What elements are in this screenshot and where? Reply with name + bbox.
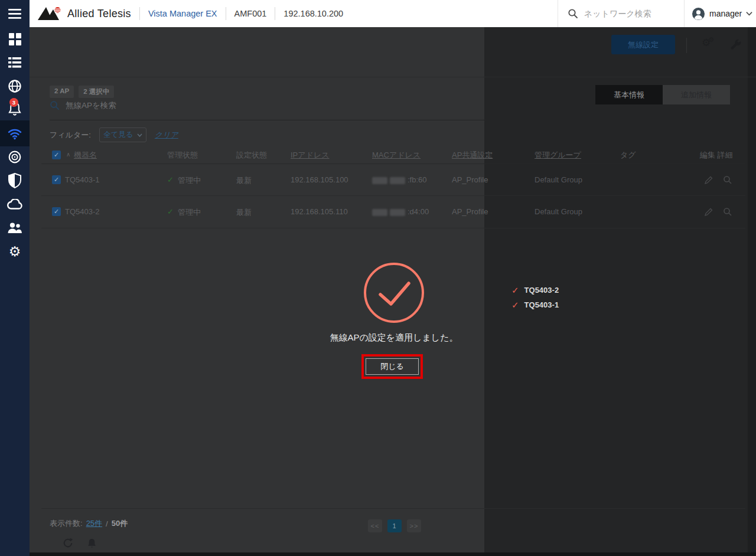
annotation-highlight-box: 閉じる: [361, 354, 423, 379]
applied-ap-name: TQ5403-2: [524, 286, 559, 295]
filter-label: フィルター:: [50, 130, 91, 140]
network-search[interactable]: [558, 0, 684, 27]
mac-redacted-block: [372, 209, 387, 216]
mac-redacted-block: [390, 209, 405, 216]
user-avatar-icon: [692, 7, 705, 21]
filter-value: 全て見る: [103, 130, 133, 140]
sidebar-nav: 3 ⚙: [0, 0, 30, 556]
success-message: 無線APの設定を適用しました。: [276, 332, 512, 344]
sidebar-item-wireless[interactable]: [0, 120, 30, 146]
panel-scrollbar[interactable]: [748, 27, 756, 556]
ap-search-input[interactable]: [66, 101, 302, 110]
detail-magnifier-icon[interactable]: [723, 175, 732, 187]
row-checkbox[interactable]: [52, 207, 61, 216]
display-count: 表示件数: 25件 / 50件: [50, 518, 128, 529]
refresh-icon[interactable]: [62, 537, 74, 551]
toolbar-divider: [686, 38, 687, 53]
filter-dropdown[interactable]: 全て見る: [99, 127, 146, 142]
ip-address: 192.168.105.100: [291, 175, 348, 184]
col-profile[interactable]: AP共通設定: [452, 150, 493, 161]
applied-check-icon: ✓: [511, 285, 519, 296]
network-name[interactable]: AMF001: [234, 9, 267, 18]
prev-page-button[interactable]: <<: [368, 519, 382, 532]
ap-profile: AP_Profile: [452, 175, 488, 184]
account-menu[interactable]: manager: [684, 0, 756, 27]
sidebar-item-network-map[interactable]: [0, 74, 30, 98]
col-name[interactable]: 機器名: [74, 150, 97, 161]
filter-clear-link[interactable]: クリア: [155, 130, 178, 140]
allied-telesis-logo-mark: [38, 6, 63, 21]
chevron-down-icon: [137, 133, 142, 137]
success-circle-icon: [364, 263, 424, 323]
edit-pencil-icon[interactable]: [704, 175, 713, 187]
col-ip[interactable]: IPアドレス: [291, 150, 330, 161]
config-status: 最新: [236, 207, 252, 218]
sidebar-item-cloud[interactable]: [0, 192, 30, 216]
page-size-link[interactable]: 25件: [86, 518, 102, 529]
ap-profile: AP_Profile: [452, 207, 488, 216]
col-actions: 編集 詳細: [700, 150, 733, 161]
sidebar-item-settings[interactable]: ⚙: [0, 240, 30, 263]
hamburger-menu-icon: [8, 9, 21, 19]
mgmt-status: 管理中: [178, 175, 201, 186]
col-group[interactable]: 管理グループ: [535, 150, 581, 161]
gear-icon: ⚙: [9, 245, 21, 259]
mac-address: :fb:60: [372, 175, 427, 184]
selected-count-badge: 2 選択中: [79, 86, 114, 98]
target-icon: [8, 150, 22, 164]
mac-address: :d4:00: [372, 207, 429, 216]
header-divider: [139, 7, 140, 20]
mac-redacted-block: [372, 177, 387, 184]
ap-search[interactable]: [50, 100, 302, 110]
username: manager: [709, 9, 742, 18]
mgmt-status: 管理中: [178, 207, 201, 218]
sidebar-item-traffic-monitor[interactable]: [0, 145, 30, 169]
main-content: 無線設定 ⚙⚙ 基本情報 追加情報 2 AP 2 選択中 フィルター: 全て見る: [30, 27, 756, 556]
bottom-bar: [30, 552, 756, 556]
sidebar-item-asset-list[interactable]: [0, 51, 30, 74]
ap-name[interactable]: TQ5403-2: [65, 207, 100, 216]
search-icon: [568, 8, 578, 19]
col-config: 設定状態: [236, 150, 267, 161]
sidebar-item-security[interactable]: [0, 169, 30, 192]
display-count-label: 表示件数:: [50, 518, 83, 529]
detail-magnifier-icon[interactable]: [723, 207, 732, 218]
applied-ap-list: ✓ TQ5403-2 ✓ TQ5403-1: [511, 283, 559, 312]
search-underline: [50, 120, 736, 120]
table-row[interactable]: TQ5403-1 ✓ 管理中 最新 192.168.105.100 :fb:60…: [41, 164, 745, 196]
table-row[interactable]: TQ5403-2 ✓ 管理中 最新 192.168.105.110 :d4:00…: [41, 196, 745, 228]
current-page-button[interactable]: 1: [387, 519, 402, 532]
col-tags: タグ: [620, 150, 636, 161]
applied-ap-name: TQ5403-1: [524, 300, 559, 309]
managed-check-icon: ✓: [167, 207, 174, 216]
sidebar-item-menu[interactable]: [0, 2, 30, 25]
product-title: Vista Manager EX: [148, 9, 217, 18]
next-page-button[interactable]: >>: [407, 519, 421, 532]
ap-name[interactable]: TQ5403-1: [65, 175, 100, 184]
list-item: ✓ TQ5403-2: [511, 283, 559, 297]
bell-icon[interactable]: [87, 538, 97, 551]
sidebar-item-users[interactable]: [0, 216, 30, 240]
sort-asc-icon[interactable]: ∧: [66, 151, 70, 158]
edit-pencil-icon[interactable]: [704, 207, 713, 218]
select-all-checkbox[interactable]: [52, 151, 61, 159]
mac-redacted-block: [390, 177, 405, 184]
services-gears-icon[interactable]: ⚙⚙: [702, 37, 716, 49]
network-search-input[interactable]: [584, 9, 673, 18]
header-divider: [226, 7, 226, 20]
applied-check-icon: ✓: [511, 300, 519, 310]
mgmt-group: Default Group: [535, 207, 582, 216]
count-separator: /: [106, 519, 108, 528]
globe-icon: [8, 79, 22, 93]
tools-wrench-icon[interactable]: [729, 38, 742, 53]
controller-ip: 192.168.10.200: [284, 9, 343, 18]
cloud-icon: [7, 199, 23, 210]
col-mac[interactable]: MACアドレス: [372, 150, 421, 161]
mgmt-group: Default Group: [535, 175, 582, 184]
sidebar-item-dashboard[interactable]: [0, 27, 30, 51]
wireless-settings-button[interactable]: 無線設定: [611, 35, 675, 54]
close-button[interactable]: 閉じる: [366, 358, 419, 375]
brand-name: Allied Telesis: [67, 8, 131, 20]
sidebar-item-events[interactable]: 3: [0, 98, 30, 122]
row-checkbox[interactable]: [52, 175, 61, 184]
